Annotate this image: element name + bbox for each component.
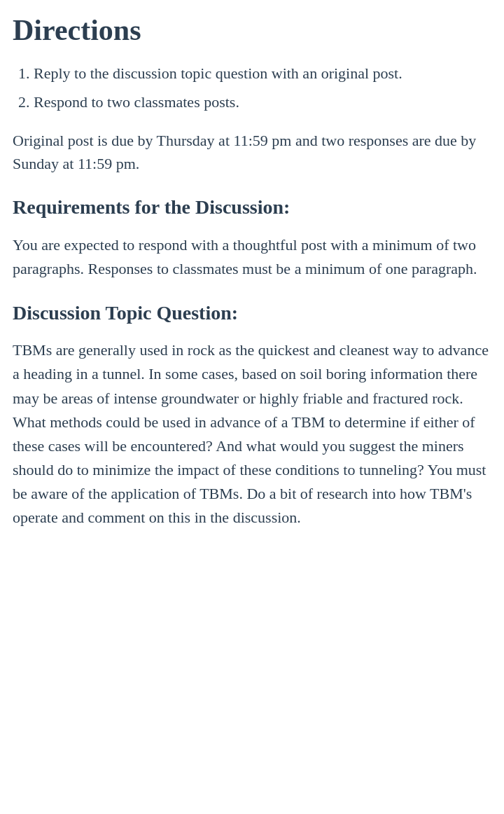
requirements-heading: Requirements for the Discussion: <box>13 195 491 220</box>
due-dates-text: Original post is due by Thursday at 11:5… <box>13 129 491 175</box>
page-title: Directions <box>13 13 491 48</box>
discussion-heading: Discussion Topic Question: <box>13 301 491 326</box>
list-item: Respond to two classmates posts. <box>34 90 491 113</box>
discussion-text: TBMs are generally used in rock as the q… <box>13 338 491 530</box>
requirements-section: Requirements for the Discussion: You are… <box>13 195 491 281</box>
directions-list: Reply to the discussion topic question w… <box>34 62 491 113</box>
list-item: Reply to the discussion topic question w… <box>34 62 491 85</box>
requirements-text: You are expected to respond with a thoug… <box>13 233 491 281</box>
discussion-section: Discussion Topic Question: TBMs are gene… <box>13 301 491 530</box>
